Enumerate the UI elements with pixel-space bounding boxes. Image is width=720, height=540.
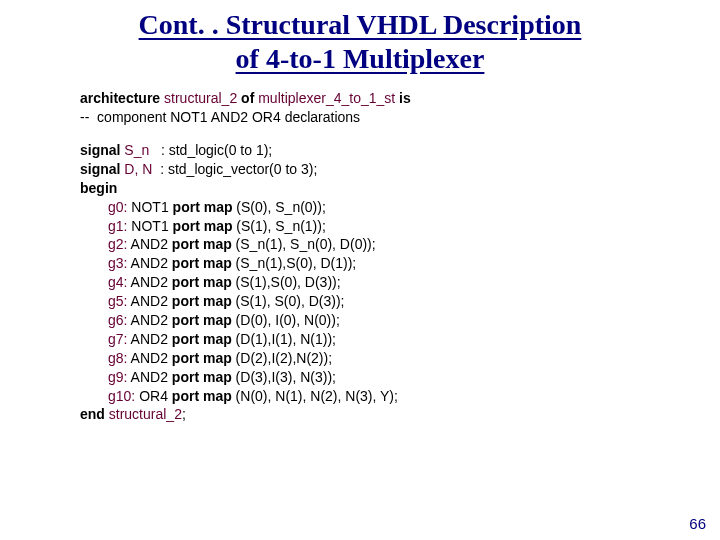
gate-args: (S(1), S(0), D(3)); xyxy=(232,293,345,309)
gate-label: g1: xyxy=(108,218,127,234)
gate-g7: g7: AND2 port map (D(1),I(1), N(1)); xyxy=(80,330,720,349)
gate-comp: NOT1 xyxy=(127,199,172,215)
kw-portmap: port map xyxy=(173,218,233,234)
gate-g0: g0: NOT1 port map (S(0), S_n(0)); xyxy=(80,198,720,217)
signal-decl-1: signal S_n : std_logic(0 to 1); xyxy=(80,141,720,160)
gate-g9: g9: AND2 port map (D(3),I(3), N(3)); xyxy=(80,368,720,387)
kw-portmap: port map xyxy=(173,199,233,215)
gate-comp: NOT1 xyxy=(127,218,172,234)
sig1-rest: : std_logic(0 to 1); xyxy=(149,142,272,158)
entity-name: multiplexer_4_to_1_st xyxy=(258,90,395,106)
gate-g5: g5: AND2 port map (S(1), S(0), D(3)); xyxy=(80,292,720,311)
sig1-names: S_n xyxy=(124,142,149,158)
gate-label: g3: xyxy=(108,255,127,271)
gate-g6: g6: AND2 port map (D(0), I(0), N(0)); xyxy=(80,311,720,330)
gate-comp: OR4 xyxy=(135,388,172,404)
comment-line: -- component NOT1 AND2 OR4 declarations xyxy=(80,108,720,127)
gate-comp: AND2 xyxy=(127,312,171,328)
gate-args: (D(3),I(3), N(3)); xyxy=(232,369,336,385)
page-title: Cont. . Structural VHDL Description of 4… xyxy=(0,0,720,75)
gate-g4: g4: AND2 port map (S(1),S(0), D(3)); xyxy=(80,273,720,292)
end-name: structural_2 xyxy=(109,406,182,422)
gate-comp: AND2 xyxy=(127,274,171,290)
gate-g3: g3: AND2 port map (S_n(1),S(0), D(1)); xyxy=(80,254,720,273)
kw-portmap: port map xyxy=(172,255,232,271)
gate-args: (S_n(1), S_n(0), D(0)); xyxy=(232,236,376,252)
gate-args: (S_n(1),S(0), D(1)); xyxy=(232,255,356,271)
gate-g2: g2: AND2 port map (S_n(1), S_n(0), D(0))… xyxy=(80,235,720,254)
gate-comp: AND2 xyxy=(127,350,171,366)
gate-comp: AND2 xyxy=(127,236,171,252)
gate-args: (D(0), I(0), N(0)); xyxy=(232,312,340,328)
kw-portmap: port map xyxy=(172,312,232,328)
gate-label: g5: xyxy=(108,293,127,309)
sig2-rest: : std_logic_vector(0 to 3); xyxy=(152,161,317,177)
sig2-names: D, N xyxy=(124,161,152,177)
kw-portmap: port map xyxy=(172,350,232,366)
gate-label: g4: xyxy=(108,274,127,290)
gate-comp: AND2 xyxy=(127,293,171,309)
gate-g10: g10: OR4 port map (N(0), N(1), N(2), N(3… xyxy=(80,387,720,406)
signal-decl-2: signal D, N : std_logic_vector(0 to 3); xyxy=(80,160,720,179)
gate-args: (S(1), S_n(1)); xyxy=(232,218,325,234)
code-block: architecture structural_2 of multiplexer… xyxy=(0,75,720,424)
gate-label: g0: xyxy=(108,199,127,215)
kw-portmap: port map xyxy=(172,274,232,290)
gate-args: (D(2),I(2),N(2)); xyxy=(232,350,332,366)
kw-begin: begin xyxy=(80,179,720,198)
page-number: 66 xyxy=(689,515,706,532)
gate-label: g8: xyxy=(108,350,127,366)
kw-portmap: port map xyxy=(172,331,232,347)
gate-args: (D(1),I(1), N(1)); xyxy=(232,331,336,347)
kw-end: end xyxy=(80,406,109,422)
gate-label: g7: xyxy=(108,331,127,347)
gate-comp: AND2 xyxy=(127,255,171,271)
title-line-1: Cont. . Structural VHDL Description xyxy=(139,9,582,40)
kw-of: of xyxy=(237,90,258,106)
kw-portmap: port map xyxy=(172,369,232,385)
kw-portmap: port map xyxy=(172,293,232,309)
gate-comp: AND2 xyxy=(127,369,171,385)
gate-label: g10: xyxy=(108,388,135,404)
end-line: end structural_2; xyxy=(80,405,720,424)
kw-signal: signal xyxy=(80,142,124,158)
kw-signal: signal xyxy=(80,161,124,177)
gate-args: (N(0), N(1), N(2), N(3), Y); xyxy=(232,388,398,404)
kw-portmap: port map xyxy=(172,388,232,404)
gate-g1: g1: NOT1 port map (S(1), S_n(1)); xyxy=(80,217,720,236)
gate-label: g9: xyxy=(108,369,127,385)
gate-comp: AND2 xyxy=(127,331,171,347)
arch-name: structural_2 xyxy=(164,90,237,106)
title-line-2: of 4-to-1 Multiplexer xyxy=(236,43,485,74)
kw-architecture: architecture xyxy=(80,90,164,106)
arch-decl: architecture structural_2 of multiplexer… xyxy=(80,89,720,108)
gate-args: (S(1),S(0), D(3)); xyxy=(232,274,341,290)
gate-label: g6: xyxy=(108,312,127,328)
kw-portmap: port map xyxy=(172,236,232,252)
gate-g8: g8: AND2 port map (D(2),I(2),N(2)); xyxy=(80,349,720,368)
gate-args: (S(0), S_n(0)); xyxy=(232,199,325,215)
kw-is: is xyxy=(395,90,411,106)
gate-label: g2: xyxy=(108,236,127,252)
end-semi: ; xyxy=(182,406,186,422)
